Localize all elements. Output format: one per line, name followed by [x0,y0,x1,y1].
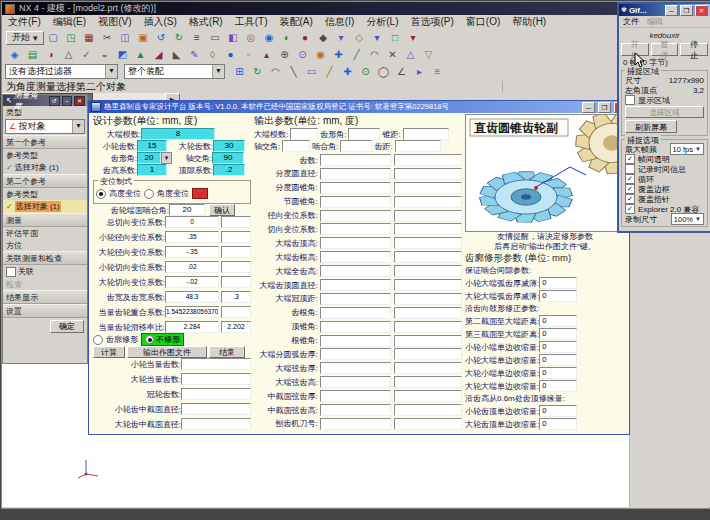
minimize-button[interactable]: − [62,96,73,106]
pinion-value-field[interactable] [320,196,392,208]
chevron-down-icon[interactable]: ▼ [161,152,172,164]
toolbar-icon[interactable]: ▭ [303,64,320,80]
option-checkbox-row[interactable]: ✓ 覆盖边框 [625,184,704,194]
gear-value-field[interactable] [394,182,462,194]
toolbar-icon[interactable]: ◢ [150,47,167,63]
toolbar-icon[interactable]: ▭ [207,30,224,46]
menu-edit[interactable]: 编辑 [647,16,663,27]
param-field[interactable] [221,231,251,243]
toolbar-icon[interactable]: ▲ [132,47,149,63]
record-size-combo[interactable]: 100% ▼ [671,213,704,225]
toolbar-icon[interactable]: ◎ [243,30,260,46]
mod-value-field[interactable]: 0 [539,315,577,327]
pressure-angle-field[interactable]: 20 [137,152,161,164]
minimize-button[interactable]: ─ [665,5,678,16]
no-mod-option[interactable]: 不修形 [141,333,184,346]
toolbar-icon[interactable]: ╱ [348,47,365,63]
mod-value-field[interactable]: 0 [539,380,577,392]
chevron-down-icon[interactable]: ▼ [105,65,117,78]
toolbar-icon[interactable]: ◇ [351,30,368,46]
checkbox-icon[interactable] [625,164,635,174]
close-button[interactable]: ✕ [74,96,85,106]
section-second-reference[interactable]: 第二个参考 [3,174,87,188]
out-cone-dist-field[interactable] [403,128,449,140]
checkbox-icon[interactable]: ✓ [625,204,635,214]
pinion-value-field[interactable] [320,390,392,402]
param-field[interactable]: 2.202 [221,321,251,333]
menu-item[interactable]: 视图(V) [92,15,137,29]
menu-item[interactable]: 工具(T) [229,15,274,29]
pinion-value-field[interactable] [320,279,392,291]
menu-item[interactable]: 编辑(E) [47,15,92,29]
gear-value-field[interactable] [394,390,462,402]
result-field[interactable] [181,418,251,430]
out-mesh-field[interactable] [340,140,372,152]
mod-value-field[interactable]: 0 [539,418,577,430]
toolbar-icon[interactable]: ▾ [369,30,386,46]
gear-value-field[interactable] [394,196,462,208]
pinion-value-field[interactable] [320,362,392,374]
param-field[interactable] [221,216,251,228]
first-select-object-row[interactable]: ✓ 选择对象 (1) [3,161,87,174]
toolbar-icon[interactable]: ≡ [189,30,206,46]
param-field[interactable]: -.35 [165,246,219,258]
toolbar-icon[interactable]: ✕ [384,47,401,63]
gear-value-field[interactable] [394,376,462,388]
toolbar-icon[interactable]: ▴ [258,47,275,63]
toolbar-icon[interactable]: △ [60,47,77,63]
checkbox-icon[interactable]: ✓ [625,174,635,184]
second-select-object-row[interactable]: ✓ 选择对象 (1) [3,200,87,213]
toolbar-icon[interactable]: ▢ [45,30,62,46]
pinion-value-field[interactable] [320,321,392,333]
toolbar-icon[interactable]: ∠ [393,64,410,80]
gear-value-field[interactable] [394,362,462,374]
close-button[interactable]: ✕ [695,5,708,16]
param-field[interactable]: .02 [165,261,219,273]
param-field[interactable] [221,306,251,318]
mod-value-field[interactable]: 0 [539,354,577,366]
pinion-value-field[interactable] [320,251,392,263]
param-field[interactable]: 48.3 [165,291,219,303]
out-shaft-field[interactable] [282,140,310,152]
toolbar-icon[interactable]: ⊙ [357,64,374,80]
selection-filter-combo[interactable]: 没有选择过滤器 ▼ [5,64,118,79]
clearance-coef-field[interactable]: .2 [213,164,245,176]
gear-value-field[interactable] [394,265,462,277]
mod-value-field[interactable]: 0 [539,341,577,353]
gear-value-field[interactable] [394,418,462,430]
pinion-value-field[interactable] [320,154,392,166]
associative-checkbox-row[interactable]: 关联 [3,265,87,278]
gif-titlebar[interactable]: ✾ Gif... ─ ❐ ✕ [619,4,710,16]
toolbar-icon[interactable]: ⊙ [294,47,311,63]
height-shift-radio[interactable] [96,189,106,199]
mod-value-field[interactable]: 0 [539,277,577,289]
toolbar-icon[interactable]: ▤ [24,47,41,63]
menu-file[interactable]: 文件 [623,16,639,27]
toolbar-icon[interactable]: ✚ [339,64,356,80]
toolbar-icon[interactable]: ◠ [267,64,284,80]
pinion-value-field[interactable] [320,223,392,235]
checkbox-icon[interactable] [6,267,16,277]
measure-type-combo[interactable]: ∠ 按对象 ▼ [5,119,85,134]
gear-value-field[interactable] [394,335,462,347]
menu-item[interactable]: 插入(S) [137,15,182,29]
out-pitch-field[interactable] [395,140,441,152]
toolbar-icon[interactable]: ▣ [135,30,152,46]
result-field[interactable] [181,403,251,415]
toolbar-icon[interactable]: ✓ [78,47,95,63]
mod-value-field[interactable]: 0 [539,367,577,379]
toolbar-icon[interactable]: ● [222,47,239,63]
param-field[interactable]: .3 [221,291,251,303]
gear-value-field[interactable] [394,404,462,416]
menu-item[interactable]: 装配(A) [273,15,318,29]
mod-value-field[interactable]: 0 [539,405,577,417]
param-field[interactable]: .35 [165,231,219,243]
toolbar-icon[interactable]: ↻ [249,64,266,80]
checkbox-icon[interactable] [625,95,635,105]
toolbar-icon[interactable]: ◠ [366,47,383,63]
pinion-value-field[interactable] [320,307,392,319]
toolbar-icon[interactable]: ╱ [321,64,338,80]
toolbar-icon[interactable]: ⊞ [231,64,248,80]
menu-item[interactable]: 信息(I) [319,15,360,29]
toolbar-icon[interactable]: □ [387,30,404,46]
